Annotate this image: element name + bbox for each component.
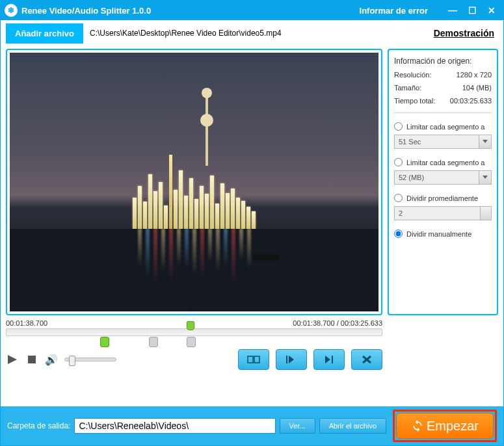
size-value: 104 (MB) <box>442 84 492 92</box>
svg-rect-7 <box>332 356 333 363</box>
resolution-label: Resolución: <box>394 71 440 79</box>
refresh-icon <box>411 419 424 432</box>
video-preview[interactable] <box>10 53 378 311</box>
resolution-value: 1280 x 720 <box>442 71 492 79</box>
svg-marker-5 <box>289 356 294 363</box>
limit-size-radio[interactable] <box>394 158 403 166</box>
timeline-total-time: 00:01:38.700 / 00:03:25.633 <box>293 319 382 327</box>
mark-out-button[interactable] <box>313 349 345 370</box>
close-button[interactable]: ✕ <box>484 4 499 17</box>
split-manual-option[interactable]: Dividir manualmente <box>394 230 492 238</box>
volume-icon[interactable]: 🔊 <box>45 353 58 366</box>
stop-button[interactable] <box>25 353 38 366</box>
source-info-heading: Información de origen: <box>394 57 492 66</box>
svg-rect-2 <box>248 356 253 363</box>
svg-marker-0 <box>8 355 17 364</box>
open-file-button[interactable]: Abrir el archivo <box>319 418 386 434</box>
trim-tool-button[interactable] <box>238 349 269 370</box>
delete-segment-button[interactable] <box>351 349 382 370</box>
segment-mid-marker[interactable] <box>149 337 158 347</box>
split-average-option[interactable]: Dividir promediamente <box>394 194 492 202</box>
maximize-button[interactable]: ☐ <box>464 4 480 17</box>
report-error-link[interactable]: Informar de error <box>360 6 428 16</box>
playhead-marker[interactable] <box>187 321 194 330</box>
svg-rect-1 <box>28 356 36 363</box>
play-button[interactable] <box>6 353 19 366</box>
mark-in-button[interactable] <box>276 349 307 370</box>
timeline-track[interactable] <box>6 328 382 336</box>
minimize-button[interactable]: — <box>445 4 460 17</box>
split-average-spinner[interactable]: 2 <box>394 206 492 220</box>
segment-start-marker[interactable] <box>100 337 109 347</box>
limit-time-select[interactable]: 51 Sec <box>394 135 492 149</box>
split-average-radio[interactable] <box>394 194 403 202</box>
info-panel: Información de origen: Resolución: 1280 … <box>388 49 498 315</box>
size-label: Tamaño: <box>394 84 440 92</box>
limit-size-option[interactable]: Limitar cada segmento a <box>394 158 492 166</box>
svg-rect-3 <box>254 356 259 363</box>
start-button[interactable]: Empezar <box>396 413 494 439</box>
limit-time-option[interactable]: Limitar cada segmento a <box>394 122 492 131</box>
timeline-current-time: 00:01:38.700 <box>6 319 47 327</box>
video-preview-panel <box>6 49 382 315</box>
app-logo-icon: ❄ <box>5 4 18 17</box>
loaded-file-path: C:\Users\Kate\Desktop\Renee Video Editor… <box>83 29 434 38</box>
output-folder-label: Carpeta de salida: <box>7 421 70 430</box>
output-folder-input[interactable] <box>74 418 275 434</box>
split-manual-radio[interactable] <box>394 230 403 238</box>
segment-end-marker[interactable] <box>187 337 196 347</box>
duration-value: 00:03:25.633 <box>442 97 492 105</box>
browse-button[interactable]: Ver... <box>280 418 315 434</box>
duration-label: Tiempo total: <box>394 97 440 105</box>
demo-link[interactable]: Demostración <box>434 28 494 38</box>
svg-marker-6 <box>325 356 330 363</box>
svg-rect-4 <box>286 356 287 363</box>
limit-size-select[interactable]: 52 (MB) <box>394 170 492 185</box>
limit-time-radio[interactable] <box>394 122 403 131</box>
volume-slider[interactable] <box>64 358 116 361</box>
app-title: Renee Video/Audio Splitter 1.0.0 <box>21 6 360 16</box>
add-file-button[interactable]: Añadir archivo <box>6 23 83 44</box>
